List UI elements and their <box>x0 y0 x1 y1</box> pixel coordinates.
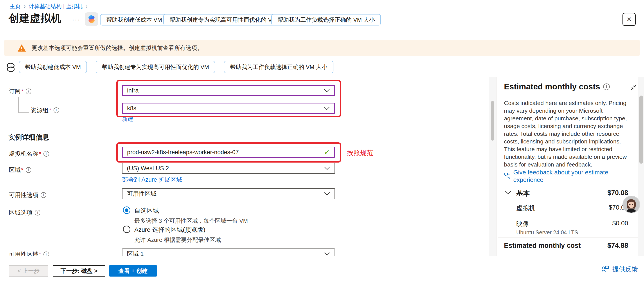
resource-group-value: k8s <box>127 105 136 112</box>
availability-options-value: 可用性区域 <box>127 190 156 198</box>
warning-text: 更改基本选项可能会重置所做的选择。创建虚拟机前查看所有选项。 <box>32 44 203 52</box>
create-new-link[interactable]: 新建 <box>122 115 134 123</box>
radio-azure-selected-zones[interactable]: Azure 选择的区域(预览版) 允许 Azure 根据需要分配最佳区域 <box>123 226 221 244</box>
copilot-chip-vm-size[interactable]: 帮助我为工作负载选择正确的 VM 大小 <box>271 14 381 26</box>
vm-name-value: prod-usw2-k8s-freeleaps-worker-nodes-07 <box>127 149 239 156</box>
copilot-icon <box>87 14 96 24</box>
total-cost-amount: $74.88 <box>607 242 628 249</box>
review-create-button[interactable]: 查看 + 创建 <box>109 265 157 276</box>
cost-item-amount: $0.00 <box>612 220 628 227</box>
copilot-chip-high-availability[interactable]: 帮助我创建专为实现高可用性而优化的 VM <box>163 14 283 26</box>
copilot-chip-low-cost[interactable]: 帮助我创建低成本 VM <box>100 14 168 26</box>
chevron-down-icon <box>324 252 330 256</box>
copilot-chip-vm-size[interactable]: 帮助我为工作负载选择正确的 VM 大小 <box>224 61 334 73</box>
panel-scrollbar-thumb[interactable] <box>640 96 643 164</box>
chevron-right-icon <box>24 3 26 10</box>
subscription-dropdown[interactable]: infra <box>122 85 335 96</box>
chevron-down-icon <box>324 107 330 110</box>
main-scrollbar-track[interactable] <box>489 77 496 256</box>
resource-group-dropdown[interactable]: k8s <box>122 103 335 114</box>
divider <box>498 198 644 198</box>
vm-name-input[interactable]: prod-usw2-k8s-freeleaps-worker-nodes-07 … <box>122 147 335 158</box>
region-dropdown[interactable]: (US) West US 2 <box>122 163 335 174</box>
cost-group-amount: $70.08 <box>607 189 628 197</box>
info-icon[interactable] <box>44 151 49 157</box>
cost-group-label: 基本 <box>516 189 530 198</box>
chevron-down-icon <box>324 192 330 196</box>
total-cost-label: Estimated monthly cost <box>504 242 581 249</box>
feedback-person-icon <box>601 265 609 273</box>
panel-divider <box>496 77 496 256</box>
page-title: 创建虚拟机 <box>9 12 62 25</box>
warning-banner: 更改基本选项可能会重置所做的选择。创建虚拟机前查看所有选项。 <box>4 40 640 56</box>
valid-check-icon: ✓ <box>324 148 330 156</box>
zone-options-label: 区域选项 <box>9 209 40 217</box>
vm-name-label: 虚拟机名称 <box>9 150 49 158</box>
radio-self-selected-zones[interactable]: 自选区域 最多选择 3 个可用性区域，每个区域一台 VM <box>123 206 248 225</box>
divider <box>498 237 644 237</box>
info-icon[interactable] <box>40 192 46 198</box>
info-icon[interactable] <box>26 89 32 94</box>
cost-item-subtitle: Ubuntu Server 24.04 LTS <box>516 229 578 236</box>
overflow-menu-icon[interactable] <box>72 16 80 23</box>
chevron-down-icon <box>324 89 330 93</box>
region-value: (US) West US 2 <box>127 165 169 172</box>
avatar-image <box>623 196 640 213</box>
instance-details-heading: 实例详细信息 <box>8 133 49 142</box>
collapse-panel-icon[interactable] <box>630 84 638 91</box>
chevron-right-icon <box>86 3 88 10</box>
radio-selected-icon[interactable] <box>123 206 130 214</box>
resource-group-label: 资源组 <box>31 106 59 114</box>
radio-description: 最多选择 3 个可用性区域，每个区域一台 VM <box>134 217 248 225</box>
copilot-chip-low-cost[interactable]: 帮助我创建低成本 VM <box>19 61 87 73</box>
edge-zone-link[interactable]: 部署到 Azure 扩展区域 <box>122 176 182 184</box>
annotation-note: 按照规范 <box>347 148 373 157</box>
info-icon[interactable] <box>26 167 32 173</box>
tree-connector <box>18 97 29 113</box>
breadcrumb-home-link[interactable]: 主页 <box>10 3 21 10</box>
info-icon[interactable] <box>35 210 40 215</box>
availability-options-label: 可用性选项 <box>9 191 46 199</box>
copilot-outline-icon <box>5 62 16 73</box>
breadcrumb-section-link[interactable]: 计算基础结构 | 虚拟机 <box>29 3 82 10</box>
copilot-chip-high-availability[interactable]: 帮助我创建专为实现高可用性而优化的 VM <box>96 61 215 73</box>
subscription-label: 订阅 <box>9 87 32 95</box>
footer-bar: < 上一步 下一步: 磁盘 > 查看 + 创建 提供反馈 <box>0 256 644 286</box>
cost-item-label: 虚拟机 <box>516 204 535 213</box>
feedback-bubbles-icon <box>504 172 510 179</box>
info-icon[interactable] <box>54 107 59 113</box>
avatar <box>622 196 640 213</box>
give-feedback-link[interactable]: 提供反馈 <box>601 265 638 274</box>
main-scrollbar-thumb[interactable] <box>491 101 494 141</box>
region-label: 区域 <box>9 166 32 174</box>
copilot-button[interactable] <box>85 12 98 26</box>
warning-icon <box>17 43 26 53</box>
panel-scrollbar-track[interactable] <box>638 77 644 256</box>
radio-unselected-icon[interactable] <box>123 226 130 233</box>
estimate-feedback-link[interactable]: Give feedback about your estimate experi… <box>504 169 627 184</box>
subscription-value: infra <box>127 87 139 94</box>
cost-item-label: 映像 <box>516 220 529 228</box>
close-button[interactable] <box>622 13 636 26</box>
divider <box>498 254 644 254</box>
radio-label: Azure 选择的区域(预览版) <box>134 226 221 234</box>
info-icon[interactable] <box>603 84 610 90</box>
cost-panel-title: Estimated monthly costs <box>504 82 610 91</box>
breadcrumb: 主页 计算基础结构 | 虚拟机 <box>10 3 88 10</box>
radio-label: 自选区域 <box>134 206 248 215</box>
availability-options-dropdown[interactable]: 可用性区域 <box>122 188 335 199</box>
expander-chevron-icon[interactable] <box>505 190 512 195</box>
create-vm-page: 主页 计算基础结构 | 虚拟机 创建虚拟机 帮助我创建低成本 VM 帮助我创建专… <box>0 0 644 286</box>
next-step-disks-button[interactable]: 下一步: 磁盘 > <box>53 265 105 276</box>
previous-step-button[interactable]: < 上一步 <box>9 265 48 276</box>
radio-description: 允许 Azure 根据需要分配最佳区域 <box>134 236 221 244</box>
chevron-down-icon <box>324 166 330 170</box>
cost-panel-description: Costs indicated here are estimates only.… <box>504 99 631 168</box>
